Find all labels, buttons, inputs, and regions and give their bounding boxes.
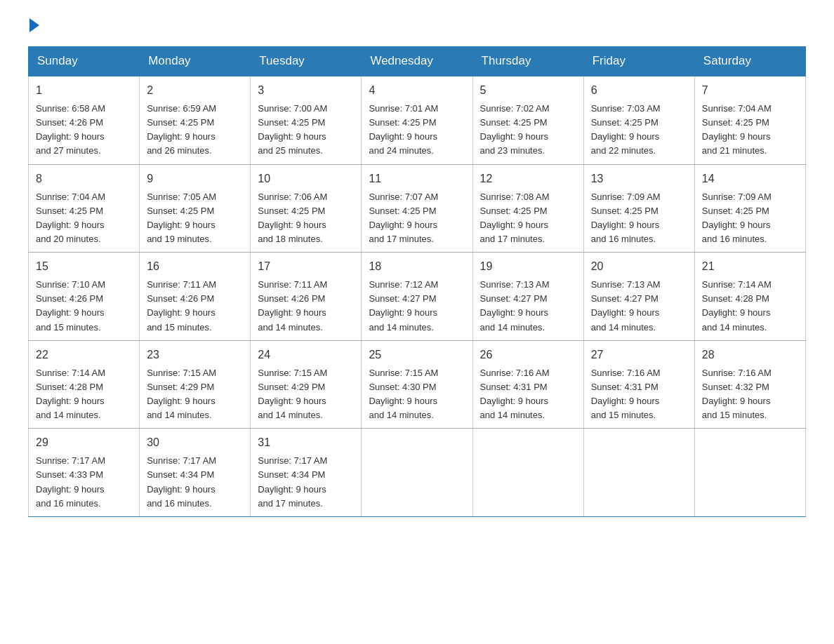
day-info-line: and 21 minutes. [702,145,767,156]
day-info-line: and 14 minutes. [36,410,101,420]
day-number: 6 [591,82,687,99]
day-info: Sunrise: 7:12 AMSunset: 4:27 PMDaylight:… [369,278,465,335]
day-info-line: Sunset: 4:25 PM [258,206,325,216]
day-info-line: Daylight: 9 hours [702,131,771,142]
calendar-cell: 26Sunrise: 7:16 AMSunset: 4:31 PMDayligh… [472,340,583,429]
day-info-line: Daylight: 9 hours [36,131,105,142]
day-number: 4 [369,82,465,99]
day-info-line: Daylight: 9 hours [591,307,660,318]
calendar-cell: 15Sunrise: 7:10 AMSunset: 4:26 PMDayligh… [29,253,140,341]
day-number: 23 [147,347,243,363]
day-info-line: Sunrise: 7:11 AM [147,279,216,290]
day-info-line: Sunrise: 7:10 AM [36,279,105,290]
day-info-line: Daylight: 9 hours [258,484,326,495]
day-info-line: Daylight: 9 hours [480,220,549,230]
day-info-line: Sunrise: 7:07 AM [369,192,438,202]
day-info: Sunrise: 7:17 AMSunset: 4:33 PMDaylight:… [36,454,132,511]
day-info-line: Sunset: 4:34 PM [258,469,325,480]
day-info-line: Sunset: 4:34 PM [147,469,214,480]
calendar-cell: 30Sunrise: 7:17 AMSunset: 4:34 PMDayligh… [140,429,251,517]
day-info-line: Sunrise: 7:00 AM [258,103,327,114]
calendar-cell: 31Sunrise: 7:17 AMSunset: 4:34 PMDayligh… [251,429,362,517]
day-number: 28 [702,347,798,363]
calendar-cell: 5Sunrise: 7:02 AMSunset: 4:25 PMDaylight… [472,76,583,164]
day-info-line: Sunrise: 7:15 AM [147,368,216,378]
day-info-line: Daylight: 9 hours [258,131,326,142]
day-info-line: Daylight: 9 hours [369,220,437,230]
day-info-line: Sunset: 4:25 PM [702,206,769,216]
calendar-cell: 19Sunrise: 7:13 AMSunset: 4:27 PMDayligh… [472,253,583,341]
day-info: Sunrise: 7:07 AMSunset: 4:25 PMDaylight:… [369,190,465,247]
day-number: 26 [480,347,576,363]
day-info-line: and 17 minutes. [369,234,434,244]
calendar-cell: 14Sunrise: 7:09 AMSunset: 4:25 PMDayligh… [694,164,805,253]
day-info-line: Daylight: 9 hours [591,220,660,230]
calendar-week-row: 29Sunrise: 7:17 AMSunset: 4:33 PMDayligh… [29,429,806,517]
day-info-line: Daylight: 9 hours [36,307,105,318]
day-info: Sunrise: 7:17 AMSunset: 4:34 PMDaylight:… [258,454,354,511]
day-number: 10 [258,170,354,187]
day-info-line: and 16 minutes. [147,498,212,509]
day-info-line: Daylight: 9 hours [480,131,549,142]
day-info-line: and 14 minutes. [369,410,434,420]
calendar-cell: 22Sunrise: 7:14 AMSunset: 4:28 PMDayligh… [29,340,140,429]
day-info: Sunrise: 7:14 AMSunset: 4:28 PMDaylight:… [702,278,798,335]
day-number: 1 [36,82,132,99]
calendar-cell: 4Sunrise: 7:01 AMSunset: 4:25 PMDaylight… [362,76,472,164]
day-info: Sunrise: 7:15 AMSunset: 4:30 PMDaylight:… [369,366,465,423]
day-info: Sunrise: 6:58 AMSunset: 4:26 PMDaylight:… [36,102,132,159]
calendar-week-row: 1Sunrise: 6:58 AMSunset: 4:26 PMDaylight… [29,76,806,164]
day-number: 22 [36,347,132,363]
day-info-line: and 15 minutes. [702,410,767,420]
day-number: 13 [591,170,687,187]
calendar-cell: 18Sunrise: 7:12 AMSunset: 4:27 PMDayligh… [362,253,472,341]
calendar-cell: 6Sunrise: 7:03 AMSunset: 4:25 PMDaylight… [583,76,694,164]
calendar-cell: 28Sunrise: 7:16 AMSunset: 4:32 PMDayligh… [694,340,805,429]
day-info: Sunrise: 7:11 AMSunset: 4:26 PMDaylight:… [258,278,354,335]
day-info-line: Sunrise: 6:58 AM [36,103,105,114]
day-info-line: Daylight: 9 hours [591,396,660,406]
day-info-line: Sunrise: 7:05 AM [147,192,216,202]
day-info-line: Sunrise: 7:02 AM [480,103,550,114]
day-info: Sunrise: 7:03 AMSunset: 4:25 PMDaylight:… [591,102,687,159]
day-info-line: Sunrise: 7:04 AM [36,192,105,202]
day-info: Sunrise: 7:00 AMSunset: 4:25 PMDaylight:… [258,102,354,159]
day-number: 12 [480,170,576,187]
calendar-cell: 10Sunrise: 7:06 AMSunset: 4:25 PMDayligh… [251,164,362,253]
day-number: 25 [369,347,465,363]
calendar-cell: 23Sunrise: 7:15 AMSunset: 4:29 PMDayligh… [140,340,251,429]
day-number: 2 [147,82,243,99]
day-info-line: and 15 minutes. [591,410,656,420]
day-number: 9 [147,170,243,187]
calendar-cell: 29Sunrise: 7:17 AMSunset: 4:33 PMDayligh… [29,429,140,517]
calendar-cell: 20Sunrise: 7:13 AMSunset: 4:27 PMDayligh… [583,253,694,341]
day-info-line: Daylight: 9 hours [36,484,105,495]
day-info-line: Sunset: 4:25 PM [480,117,548,128]
calendar-table: SundayMondayTuesdayWednesdayThursdayFrid… [28,46,806,517]
day-info-line: and 18 minutes. [258,234,323,244]
day-info-line: Sunset: 4:32 PM [702,382,769,392]
calendar-cell: 16Sunrise: 7:11 AMSunset: 4:26 PMDayligh… [140,253,251,341]
day-info-line: Sunrise: 7:08 AM [480,192,550,202]
day-info-line: Daylight: 9 hours [147,131,216,142]
calendar-cell [472,429,583,517]
day-info-line: Sunrise: 7:17 AM [147,455,216,466]
day-info-line: and 15 minutes. [147,322,212,333]
day-info-line: Sunrise: 6:59 AM [147,103,216,114]
day-info-line: and 14 minutes. [702,322,767,333]
day-info-line: Sunset: 4:27 PM [480,293,548,304]
day-info: Sunrise: 7:11 AMSunset: 4:26 PMDaylight:… [147,278,243,335]
day-info: Sunrise: 7:17 AMSunset: 4:34 PMDaylight:… [147,454,243,511]
day-info-line: Daylight: 9 hours [36,396,105,406]
day-info-line: Daylight: 9 hours [480,396,549,406]
day-info: Sunrise: 6:59 AMSunset: 4:25 PMDaylight:… [147,102,243,159]
day-info-line: Daylight: 9 hours [369,307,437,318]
calendar-cell: 7Sunrise: 7:04 AMSunset: 4:25 PMDaylight… [694,76,805,164]
day-info-line: Sunset: 4:25 PM [147,117,214,128]
day-number: 8 [36,170,132,187]
day-info-line: and 14 minutes. [147,410,212,420]
day-info: Sunrise: 7:06 AMSunset: 4:25 PMDaylight:… [258,190,354,247]
day-info-line: Sunrise: 7:11 AM [258,279,327,290]
day-info-line: Sunset: 4:26 PM [36,117,103,128]
calendar-cell: 24Sunrise: 7:15 AMSunset: 4:29 PMDayligh… [251,340,362,429]
